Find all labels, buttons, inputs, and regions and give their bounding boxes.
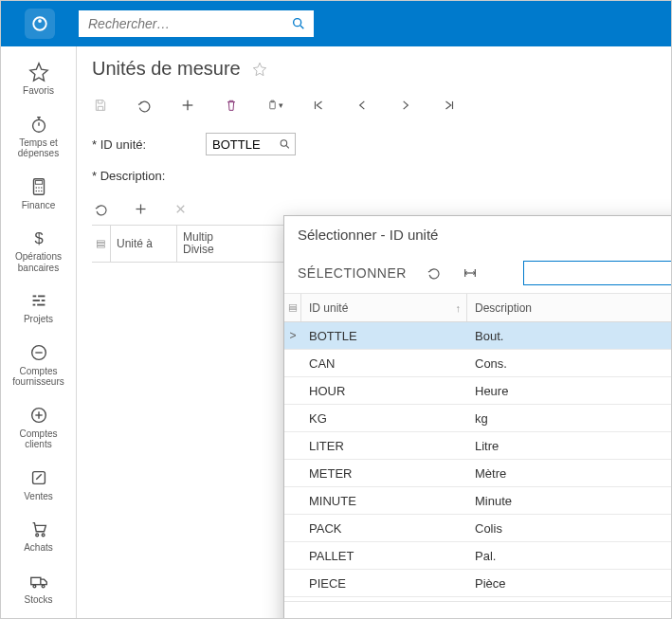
popup-search-input[interactable] xyxy=(524,262,672,284)
sidebar-item-favoris[interactable]: Favoris xyxy=(1,54,76,106)
svg-point-40 xyxy=(281,140,287,147)
top-bar xyxy=(1,1,671,46)
sidebar-item-fournisseurs[interactable]: Comptes fournisseurs xyxy=(1,335,76,397)
prev-record-button[interactable] xyxy=(354,97,371,114)
cell-id: CAN xyxy=(301,356,467,371)
grid-add-button[interactable] xyxy=(132,200,149,217)
cell-desc: Mètre xyxy=(467,466,672,481)
sidebar-item-finance[interactable]: Finance xyxy=(1,169,76,221)
sidebar-item-label: Temps et dépenses xyxy=(5,137,72,159)
page-title: Unités de mesure xyxy=(92,58,241,80)
grid-refresh-button[interactable] xyxy=(92,200,109,217)
sidebar-item-label: Opérations bancaires xyxy=(5,251,72,273)
table-row[interactable]: CANCons. xyxy=(284,350,672,377)
table-row[interactable]: PALLETPal. xyxy=(284,542,672,570)
col-unit-to[interactable]: Unité à xyxy=(111,226,177,262)
grid-selector-icon[interactable] xyxy=(284,294,301,321)
popup-search[interactable] xyxy=(523,261,672,285)
svg-point-32 xyxy=(33,585,36,588)
lookup-icon[interactable] xyxy=(279,138,291,151)
table-row[interactable]: PACKColis xyxy=(284,515,672,542)
svg-point-1 xyxy=(38,19,42,23)
cell-id: PIECE xyxy=(301,576,467,591)
sidebar-item-ventes[interactable]: Ventes xyxy=(1,460,76,512)
svg-text:$: $ xyxy=(34,229,43,246)
table-row[interactable]: METERMètre xyxy=(284,460,672,487)
table-row[interactable]: LITERLitre xyxy=(284,432,672,460)
svg-point-15 xyxy=(41,190,42,191)
app-logo[interactable] xyxy=(12,9,67,39)
global-search-input[interactable] xyxy=(79,10,314,37)
calculator-icon xyxy=(28,176,49,197)
svg-rect-47 xyxy=(97,243,104,245)
grid-selector-icon[interactable] xyxy=(92,226,111,262)
plus-circle-icon xyxy=(28,405,49,426)
grid-delete-button[interactable] xyxy=(172,200,189,217)
cell-desc: Bout. xyxy=(467,329,672,343)
favorite-star-icon[interactable] xyxy=(252,62,267,77)
delete-button[interactable] xyxy=(223,97,240,114)
minus-circle-icon xyxy=(28,342,49,363)
sidebar-item-clients[interactable]: Comptes clients xyxy=(1,397,76,460)
table-row[interactable]: PIECEPièce xyxy=(284,570,672,597)
last-record-button[interactable] xyxy=(441,97,458,114)
description-label: Description: xyxy=(92,169,206,183)
clipboard-button[interactable]: ▾ xyxy=(266,97,283,114)
popup-refresh-button[interactable] xyxy=(426,264,443,282)
sidebar: Favoris Temps et dépenses Finance $ Opér… xyxy=(1,46,77,619)
undo-button[interactable] xyxy=(136,97,153,114)
sidebar-item-projets[interactable]: Projets xyxy=(1,282,76,335)
svg-rect-36 xyxy=(270,101,275,109)
truck-icon xyxy=(28,571,49,592)
cell-desc: Cons. xyxy=(467,356,672,371)
pager-first-button[interactable] xyxy=(554,616,567,620)
svg-rect-58 xyxy=(289,307,297,309)
pager-next-button[interactable] xyxy=(645,616,658,620)
global-search[interactable] xyxy=(79,10,314,37)
popup-title: Sélectionner - ID unité xyxy=(298,227,438,243)
svg-rect-46 xyxy=(97,240,104,242)
sidebar-item-label: Ventes xyxy=(24,491,53,502)
next-record-button[interactable] xyxy=(397,97,414,114)
sidebar-item-temps[interactable]: Temps et dépenses xyxy=(1,106,76,169)
col-mult-div[interactable]: Multip Divise xyxy=(177,226,229,262)
sidebar-item-label: Achats xyxy=(24,542,53,554)
table-row[interactable]: HOURHeure xyxy=(284,377,672,405)
svg-point-10 xyxy=(35,187,36,188)
col-header-desc[interactable]: Description xyxy=(467,301,672,315)
table-row[interactable]: >BOTTLEBout. xyxy=(284,322,672,350)
table-row[interactable]: MINUTEMinute xyxy=(284,487,672,515)
sidebar-item-label: Projets xyxy=(24,314,53,325)
save-button[interactable] xyxy=(92,97,109,114)
svg-point-29 xyxy=(35,534,38,537)
pager-prev-button[interactable] xyxy=(599,616,612,620)
sidebar-item-achats[interactable]: Achats xyxy=(1,511,76,563)
sidebar-item-bancaires[interactable]: $ Opérations bancaires xyxy=(1,220,76,282)
first-record-button[interactable] xyxy=(310,97,327,114)
select-action[interactable]: SÉLECTIONNER xyxy=(298,265,407,281)
cell-desc: Pièce xyxy=(467,576,672,591)
cell-id: MINUTE xyxy=(301,494,467,508)
cell-desc: Colis xyxy=(467,521,672,536)
cell-id: HOUR xyxy=(301,384,467,398)
add-button[interactable] xyxy=(179,97,196,114)
cell-desc: Pal. xyxy=(467,549,672,563)
svg-line-41 xyxy=(286,146,289,149)
popup-fit-button[interactable] xyxy=(462,264,479,282)
table-row[interactable]: KGkg xyxy=(284,405,672,432)
main-toolbar: ▾ xyxy=(92,91,656,125)
svg-point-11 xyxy=(38,187,39,188)
sidebar-item-stocks[interactable]: Stocks xyxy=(1,563,76,615)
popup-grid-header: ID unité↑ Description xyxy=(284,294,672,322)
svg-point-13 xyxy=(35,190,36,191)
svg-point-14 xyxy=(38,190,39,191)
col-header-id[interactable]: ID unité↑ xyxy=(301,294,467,321)
cell-desc: Litre xyxy=(467,439,672,453)
id-unit-input-wrap[interactable] xyxy=(206,133,296,155)
svg-point-12 xyxy=(41,187,42,188)
cell-id: PACK xyxy=(301,521,467,536)
sidebar-item-label: Comptes clients xyxy=(5,428,72,450)
lookup-popup: Sélectionner - ID unité SÉLECTIONNER ID … xyxy=(283,215,672,619)
svg-point-30 xyxy=(42,534,45,537)
id-unit-input[interactable] xyxy=(212,137,272,152)
